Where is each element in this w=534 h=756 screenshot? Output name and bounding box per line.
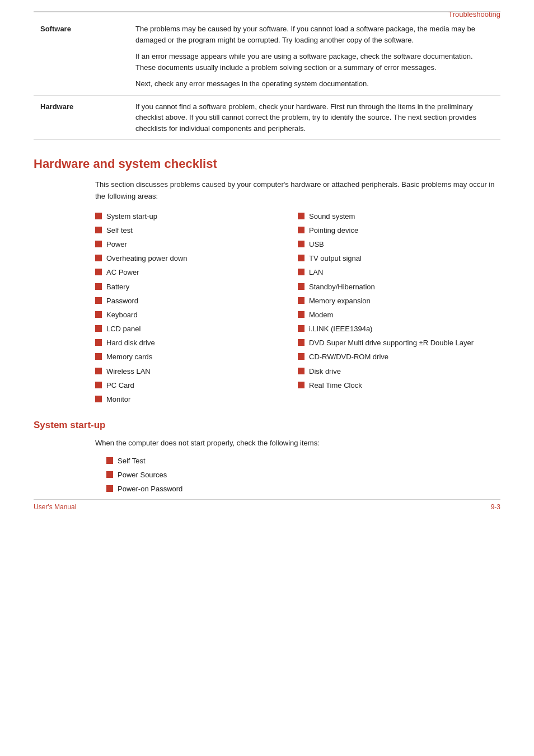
system-startup-intro: When the computer does not start properl… bbox=[95, 438, 500, 449]
checklist-item: Power bbox=[95, 240, 298, 250]
table-content-cell: If you cannot find a software problem, c… bbox=[129, 95, 500, 140]
table-label-cell: Software bbox=[34, 18, 129, 95]
footer-right: 9-3 bbox=[491, 503, 500, 511]
checklist-item: Modem bbox=[298, 310, 500, 320]
bullet-icon bbox=[95, 241, 102, 247]
bullet-icon bbox=[298, 227, 305, 233]
checklist-item-label: Power bbox=[106, 240, 127, 250]
checklist-item-label: TV output signal bbox=[309, 253, 362, 264]
checklist-item-label: Keyboard bbox=[106, 310, 138, 320]
checklist-item: Real Time Clock bbox=[298, 381, 500, 391]
table-content-cell: The problems may be caused by your softw… bbox=[129, 18, 500, 95]
footer: User's Manual 9-3 bbox=[34, 499, 500, 511]
checklist-item-label: LCD panel bbox=[106, 324, 140, 334]
sublist-item: Power-on Password bbox=[106, 484, 500, 494]
checklist-item-label: i.LINK (IEEE1394a) bbox=[309, 324, 372, 334]
bullet-icon bbox=[95, 311, 102, 318]
sublist-item-label: Power-on Password bbox=[118, 484, 182, 494]
bullet-icon bbox=[106, 485, 113, 492]
checklist-item: Password bbox=[95, 296, 298, 306]
checklist-item-label: USB bbox=[309, 240, 324, 250]
checklist-left-col: System start-upSelf testPowerOverheating… bbox=[95, 212, 298, 409]
checklist-item: TV output signal bbox=[298, 253, 500, 264]
bullet-icon bbox=[298, 283, 305, 290]
bullet-icon bbox=[106, 457, 113, 464]
checklist-item: Hard disk drive bbox=[95, 338, 298, 348]
table-label-cell: Hardware bbox=[34, 95, 129, 140]
checklist-area: System start-upSelf testPowerOverheating… bbox=[95, 212, 500, 409]
checklist-item-label: Modem bbox=[309, 310, 333, 320]
table-paragraph: If you cannot find a software problem, c… bbox=[135, 101, 494, 134]
table-paragraph: If an error message appears while you ar… bbox=[135, 51, 494, 73]
checklist-item-label: AC Power bbox=[106, 267, 139, 278]
checklist-item: CD-RW/DVD-ROM drive bbox=[298, 352, 500, 362]
bullet-icon bbox=[95, 269, 102, 275]
bullet-icon bbox=[95, 297, 102, 304]
bullet-icon bbox=[298, 241, 305, 247]
table-row: SoftwareThe problems may be caused by yo… bbox=[34, 18, 500, 95]
top-right-label: Troubleshooting bbox=[448, 10, 500, 18]
checklist-item: PC Card bbox=[95, 381, 298, 391]
checklist-item-label: Memory expansion bbox=[309, 296, 371, 306]
checklist-item-label: Password bbox=[106, 296, 138, 306]
checklist-item: Memory expansion bbox=[298, 296, 500, 306]
table-row: HardwareIf you cannot find a software pr… bbox=[34, 95, 500, 140]
bullet-icon bbox=[95, 325, 102, 332]
system-startup-heading: System start-up bbox=[34, 420, 500, 431]
checklist-item: Keyboard bbox=[95, 310, 298, 320]
checklist-item-label: LAN bbox=[309, 267, 323, 278]
checklist-item-label: Sound system bbox=[309, 212, 355, 222]
startup-sublist: Self TestPower SourcesPower-on Password bbox=[106, 456, 500, 495]
checklist-item: Battery bbox=[95, 282, 298, 292]
hardware-section-heading: Hardware and system checklist bbox=[34, 157, 500, 171]
checklist-item-label: Monitor bbox=[106, 395, 130, 405]
bullet-icon bbox=[298, 325, 305, 332]
system-startup-section: System start-up When the computer does n… bbox=[34, 420, 500, 494]
sublist-item: Power Sources bbox=[106, 470, 500, 480]
table-paragraph: Next, check any error messages in the op… bbox=[135, 78, 494, 90]
checklist-item-label: Pointing device bbox=[309, 226, 358, 236]
checklist-item-label: Overheating power down bbox=[106, 253, 188, 264]
bullet-icon bbox=[95, 213, 102, 219]
footer-left: User's Manual bbox=[34, 503, 76, 511]
checklist-item: Standby/Hibernation bbox=[298, 282, 500, 292]
checklist-item-label: Self test bbox=[106, 226, 133, 236]
bullet-icon bbox=[298, 255, 305, 261]
checklist-item: AC Power bbox=[95, 267, 298, 278]
bullet-icon bbox=[106, 471, 113, 478]
bullet-icon bbox=[298, 339, 305, 346]
checklist-item: Monitor bbox=[95, 395, 298, 405]
bullet-icon bbox=[95, 283, 102, 290]
bullet-icon bbox=[95, 255, 102, 261]
bullet-icon bbox=[298, 311, 305, 318]
checklist-item: i.LINK (IEEE1394a) bbox=[298, 324, 500, 334]
checklist-item-label: Real Time Clock bbox=[309, 381, 362, 391]
info-table: SoftwareThe problems may be caused by yo… bbox=[34, 18, 500, 140]
bullet-icon bbox=[95, 396, 102, 402]
bullet-icon bbox=[298, 382, 305, 388]
bullet-icon bbox=[298, 368, 305, 374]
checklist-item-label: Wireless LAN bbox=[106, 367, 151, 377]
checklist-item-label: Battery bbox=[106, 282, 129, 292]
checklist-item-label: Disk drive bbox=[309, 367, 341, 377]
checklist-item: Self test bbox=[95, 226, 298, 236]
bullet-icon bbox=[95, 353, 102, 360]
hardware-section: Hardware and system checklist This secti… bbox=[34, 157, 500, 408]
checklist-item: Disk drive bbox=[298, 367, 500, 377]
bullet-icon bbox=[298, 297, 305, 304]
bullet-icon bbox=[298, 213, 305, 219]
checklist-item-label: Hard disk drive bbox=[106, 338, 155, 348]
bullet-icon bbox=[95, 339, 102, 346]
checklist-item-label: PC Card bbox=[106, 381, 134, 391]
checklist-item-label: Memory cards bbox=[106, 352, 152, 362]
bullet-icon bbox=[298, 269, 305, 275]
checklist-item-label: System start-up bbox=[106, 212, 157, 222]
checklist-item: DVD Super Multi drive supporting ±R Doub… bbox=[298, 338, 500, 348]
checklist-item-label: CD-RW/DVD-ROM drive bbox=[309, 352, 388, 362]
checklist-item: Sound system bbox=[298, 212, 500, 222]
checklist-item: LCD panel bbox=[95, 324, 298, 334]
checklist-right-col: Sound systemPointing deviceUSBTV output … bbox=[298, 212, 500, 409]
checklist-item: System start-up bbox=[95, 212, 298, 222]
table-paragraph: The problems may be caused by your softw… bbox=[135, 24, 494, 45]
hardware-section-intro: This section discusses problems caused b… bbox=[95, 179, 500, 203]
